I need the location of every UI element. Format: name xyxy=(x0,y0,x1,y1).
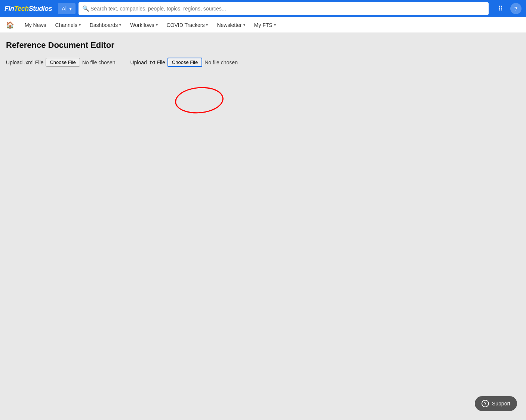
nav-item-dashboards[interactable]: Dashboards ▾ xyxy=(85,17,126,33)
chevron-down-icon: ▾ xyxy=(243,23,245,27)
nav-label-channels: Channels xyxy=(55,22,77,28)
grid-icon[interactable]: ⠿ xyxy=(495,3,506,14)
support-button[interactable]: ? Support xyxy=(475,396,517,411)
txt-file-status: No file chosen xyxy=(204,59,238,65)
top-navigation: FinTechStudios All ▾ 🔍 ⠿ ? xyxy=(0,0,526,17)
secondary-navigation: 🏠 My News Channels ▾ Dashboards ▾ Workfl… xyxy=(0,17,526,33)
support-label: Support xyxy=(492,401,510,407)
nav-item-newsletter[interactable]: Newsletter ▾ xyxy=(212,17,249,33)
nav-item-my-fts[interactable]: My FTS ▾ xyxy=(250,17,280,33)
support-icon: ? xyxy=(482,400,489,407)
upload-txt-item: Upload .txt File Choose File No file cho… xyxy=(130,58,237,67)
home-nav-item[interactable]: 🏠 xyxy=(6,21,14,29)
nav-item-covid-trackers[interactable]: COVID Trackers ▾ xyxy=(162,17,213,33)
chevron-down-icon: ▾ xyxy=(119,23,121,27)
page-title: Reference Document Editor xyxy=(6,40,520,50)
chevron-down-icon: ▾ xyxy=(206,23,208,27)
upload-txt-label: Upload .txt File xyxy=(130,59,165,65)
all-label: All xyxy=(62,6,68,12)
nav-label-my-news: My News xyxy=(25,22,46,28)
annotation-circle xyxy=(174,85,225,115)
nav-label-dashboards: Dashboards xyxy=(90,22,118,28)
main-content: Reference Document Editor Upload .xml Fi… xyxy=(0,33,526,420)
chevron-down-icon: ▾ xyxy=(69,6,72,12)
upload-xml-item: Upload .xml File Choose File No file cho… xyxy=(6,58,115,67)
nav-item-channels[interactable]: Channels ▾ xyxy=(51,17,85,33)
chevron-down-icon: ▾ xyxy=(156,23,158,27)
top-nav-icons: ⠿ ? xyxy=(495,3,522,14)
choose-xml-file-button[interactable]: Choose File xyxy=(46,58,80,67)
nav-label-workflows: Workflows xyxy=(130,22,154,28)
upload-section: Upload .xml File Choose File No file cho… xyxy=(6,58,520,67)
brand-logo[interactable]: FinTechStudios xyxy=(4,5,52,13)
all-dropdown[interactable]: All ▾ xyxy=(58,3,76,14)
chevron-down-icon: ▾ xyxy=(274,23,276,27)
nav-label-my-fts: My FTS xyxy=(254,22,273,28)
nav-label-newsletter: Newsletter xyxy=(217,22,242,28)
nav-item-workflows[interactable]: Workflows ▾ xyxy=(126,17,162,33)
help-icon[interactable]: ? xyxy=(510,3,522,14)
choose-txt-file-button[interactable]: Choose File xyxy=(167,58,202,67)
search-container: 🔍 xyxy=(79,2,489,15)
xml-file-status: No file chosen xyxy=(82,59,116,65)
search-icon: 🔍 xyxy=(82,5,89,12)
home-icon: 🏠 xyxy=(6,21,14,29)
search-input[interactable] xyxy=(79,2,489,15)
nav-item-my-news[interactable]: My News xyxy=(20,17,51,33)
upload-xml-label: Upload .xml File xyxy=(6,59,43,65)
chevron-down-icon: ▾ xyxy=(79,23,81,27)
nav-label-covid-trackers: COVID Trackers xyxy=(167,22,205,28)
